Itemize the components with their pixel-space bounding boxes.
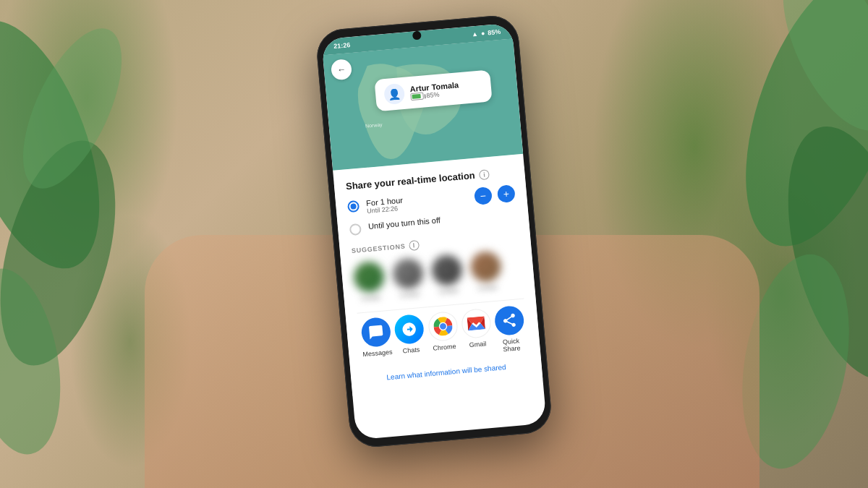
decrease-duration-button[interactable]: − [474, 187, 493, 205]
status-icons: ▲ ● 85% [472, 28, 501, 38]
battery-status: 85% [488, 28, 501, 37]
app-messages[interactable]: Messages [359, 317, 393, 365]
gmail-icon [460, 308, 491, 339]
user-info: Artur Tomala 85% [409, 78, 483, 100]
status-time: 21:26 [333, 41, 351, 50]
suggestion-contact-4[interactable]: Contact [469, 250, 503, 292]
battery-percent: 85% [426, 91, 440, 100]
wifi-icon: ▲ [472, 30, 479, 38]
phone-screen: 21:26 ▲ ● 85% Sweden Norway [321, 23, 546, 440]
contact-name-1: Contact [361, 294, 381, 302]
phone-device: 21:26 ▲ ● 85% Sweden Norway [315, 14, 553, 449]
share-bottom-sheet: Share your real-time location i − + For … [333, 154, 542, 396]
duration-controls: − + [474, 184, 516, 205]
app-gmail[interactable]: Gmail [460, 308, 493, 356]
messages-label: Messages [362, 348, 393, 359]
contact-avatar-2 [391, 257, 425, 291]
app-chats[interactable]: Chats [393, 314, 426, 362]
signal-icon: ● [481, 30, 485, 37]
share-apps-row: Messages Chats [357, 298, 528, 365]
chrome-label: Chrome [433, 343, 456, 352]
suggestions-info-icon[interactable]: i [409, 240, 420, 251]
quickshare-icon [493, 305, 524, 336]
increase-duration-button[interactable]: + [497, 184, 516, 203]
chats-label: Chats [402, 346, 420, 354]
contact-name-2: Contact [399, 291, 420, 299]
messages-icon [360, 317, 391, 348]
contact-avatar-4 [469, 250, 503, 283]
radio-until-off[interactable] [349, 223, 362, 236]
contact-avatar-3 [430, 254, 464, 287]
duration-options: − + For 1 hour Until 22:26 Until you tur… [347, 186, 517, 236]
option-1-hour-label: For 1 hour Until 22:26 [366, 196, 404, 215]
user-avatar: 👤 [383, 83, 405, 105]
suggestion-contact-2[interactable]: Contact [391, 257, 425, 299]
contact-avatar-1 [352, 260, 386, 294]
contact-name-4: Contact [477, 284, 498, 292]
contact-name-3: Contact [438, 287, 459, 295]
chats-icon [393, 314, 425, 345]
phone-body: 21:26 ▲ ● 85% Sweden Norway [315, 14, 553, 449]
suggestion-contact-1[interactable]: Contact [352, 260, 386, 302]
app-quickshare[interactable]: QuickShare [493, 305, 526, 354]
battery-fill [412, 94, 420, 99]
info-icon[interactable]: i [479, 169, 490, 180]
gmail-label: Gmail [469, 340, 486, 348]
chrome-icon [427, 311, 458, 342]
app-chrome[interactable]: Chrome [427, 311, 459, 359]
suggestions-row: Contact Contact Contact Contact [352, 249, 523, 303]
suggestion-contact-3[interactable]: Contact [430, 254, 464, 296]
radio-1-hour[interactable] [347, 200, 359, 213]
quickshare-label: QuickShare [502, 337, 521, 353]
plant-left [0, 0, 159, 488]
battery-icon [410, 93, 424, 101]
map-view: Sweden Norway Finland ← 👤 Artur Tomala [323, 38, 523, 170]
